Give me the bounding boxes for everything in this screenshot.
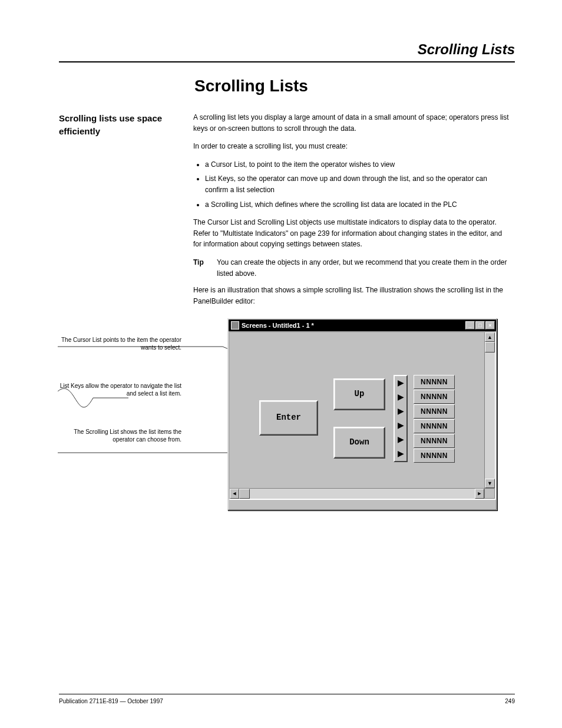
system-menu-icon[interactable]: [231, 321, 239, 330]
cursor-arrow-icon: ▶: [395, 433, 406, 447]
cursor-arrow-icon: ▶: [395, 404, 406, 419]
minimize-button[interactable]: _: [465, 321, 475, 330]
scroll-thumb[interactable]: [485, 342, 495, 353]
list-item: a Cursor List, to point to the item the …: [205, 159, 509, 170]
running-header: Scrolling Lists: [59, 41, 515, 58]
intro-paragraph: A scrolling list lets you display a larg…: [193, 112, 509, 134]
requirements-list: a Cursor List, to point to the item the …: [205, 159, 509, 210]
figure: The Cursor List points to the item the o…: [193, 318, 509, 525]
scroll-track[interactable]: [485, 353, 495, 479]
footer-page-number: 249: [505, 698, 515, 704]
footer-publication: Publication 2711E-819 — October 1997: [59, 698, 163, 704]
up-button[interactable]: Up: [333, 378, 385, 410]
cursor-arrow-icon: ▶: [395, 390, 406, 404]
maximize-button[interactable]: □: [475, 321, 485, 330]
down-button[interactable]: Down: [333, 427, 385, 459]
page-title: Scrolling Lists: [194, 77, 515, 95]
cursor-arrow-icon: ▶: [395, 419, 406, 433]
section-heading: Scrolling lists use space efficiently: [59, 112, 177, 138]
window-title: Screens - Untitled1 - 1 *: [242, 321, 465, 331]
list-item: a Scrolling List, which defines where th…: [205, 199, 509, 210]
page-footer: Publication 2711E-819 — October 1997 249: [59, 694, 515, 704]
callout-scrolling-list: The Scrolling List shows the list items …: [58, 428, 181, 443]
figure-intro: Here is an illustration that shows a sim…: [193, 285, 509, 307]
scroll-down-button[interactable]: ▼: [485, 479, 495, 488]
reference-paragraph: The Cursor List and Scrolling List objec…: [193, 217, 509, 250]
list-cell[interactable]: NNNNN: [414, 375, 455, 389]
screens-window: Screens - Untitled1 - 1 * _ □ × Enter Up…: [227, 318, 497, 510]
scroll-track[interactable]: [250, 489, 475, 499]
scroll-thumb[interactable]: [239, 489, 250, 499]
scroll-left-button[interactable]: ◄: [230, 489, 239, 499]
list-cell[interactable]: NNNNN: [414, 390, 455, 404]
list-cell[interactable]: NNNNN: [414, 404, 455, 419]
list-intro: In order to create a scrolling list, you…: [193, 141, 509, 152]
list-cell[interactable]: NNNNN: [414, 434, 455, 448]
cursor-arrow-icon: ▶: [395, 447, 406, 461]
list-cell[interactable]: NNNNN: [414, 449, 455, 463]
scroll-up-button[interactable]: ▲: [485, 332, 495, 342]
horizontal-scrollbar[interactable]: ◄ ►: [230, 488, 484, 499]
tip-label: Tip: [193, 257, 217, 279]
size-grip[interactable]: [484, 488, 495, 499]
window-client-area: Enter Up Down ▶ ▶ ▶ ▶ ▶ ▶ NNNNN: [229, 331, 496, 500]
list-cell[interactable]: NNNNN: [414, 419, 455, 433]
scroll-right-button[interactable]: ►: [475, 489, 484, 499]
header-rule: [59, 61, 515, 62]
enter-button[interactable]: Enter: [259, 400, 318, 436]
tip-text: You can create the objects in any order,…: [217, 257, 509, 279]
cursor-arrow-icon: ▶: [395, 376, 406, 390]
scrolling-list[interactable]: NNNNN NNNNN NNNNN NNNNN NNNNN NNNNN: [414, 375, 455, 463]
list-item: List Keys, so the operator can move up a…: [205, 173, 509, 195]
window-titlebar[interactable]: Screens - Untitled1 - 1 * _ □ ×: [229, 319, 496, 331]
tip-block: Tip You can create the objects in any or…: [193, 257, 509, 279]
close-button[interactable]: ×: [485, 321, 495, 330]
cursor-list[interactable]: ▶ ▶ ▶ ▶ ▶ ▶: [394, 375, 408, 462]
callout-list-keys: List Keys allow the operator to navigate…: [58, 382, 181, 397]
vertical-scrollbar[interactable]: ▲ ▼: [484, 332, 495, 488]
callout-cursor-list: The Cursor List points to the item the o…: [58, 336, 181, 351]
